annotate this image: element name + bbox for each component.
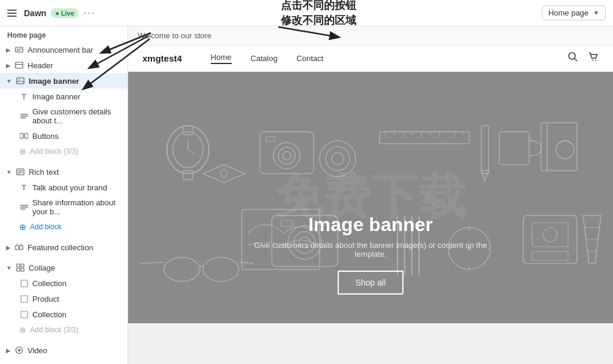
sidebar-add-block-image-banner[interactable]: ⊕ Add block (3/3) xyxy=(0,144,128,159)
chevron-down-icon: ▼ xyxy=(593,10,599,16)
cart-icon[interactable] xyxy=(588,51,599,65)
chevron-right-icon3: ▶ xyxy=(6,244,11,251)
product-label: Product xyxy=(32,295,59,304)
collection-1-label: Collection xyxy=(32,279,66,288)
collage-label: Collage xyxy=(29,263,55,272)
lines-icon2 xyxy=(19,202,29,212)
sidebar-item-rich-text[interactable]: ▼ Rich text xyxy=(0,164,128,180)
banner-content: Image banner Give customers details abou… xyxy=(251,214,490,295)
svg-rect-25 xyxy=(21,280,28,287)
buttons-label: Buttons xyxy=(32,132,59,141)
sidebar-item-announcement-bar[interactable]: ▶ Announcement bar xyxy=(0,42,128,57)
sidebar-subitem-buttons[interactable]: Buttons xyxy=(0,128,128,144)
chevron-down-icon3: ▼ xyxy=(6,169,12,175)
sidebar: Home page ▶ Announcement bar ▶ Header ▼ xyxy=(0,26,128,364)
welcome-text: Welcome to our store xyxy=(138,31,211,40)
svg-rect-0 xyxy=(16,47,23,52)
svg-rect-21 xyxy=(17,264,20,267)
add-block-blue-label: Add block xyxy=(30,223,62,231)
sidebar-subitem-collection-1[interactable]: Collection xyxy=(0,275,128,291)
svg-rect-27 xyxy=(21,311,28,318)
add-block-label: Add block (3/3) xyxy=(30,147,78,156)
preview-store-logo: xmgtest4 xyxy=(142,53,182,63)
sidebar-item-video[interactable]: ▶ Video xyxy=(0,342,128,358)
sidebar-item-collage[interactable]: ▼ Collage xyxy=(0,260,128,275)
live-badge: ● Live xyxy=(51,8,78,18)
announcement-icon xyxy=(14,45,24,54)
preview-navigation: xmgtest4 Home Catalog Contact xyxy=(128,46,613,72)
svg-rect-20 xyxy=(20,245,23,250)
svg-rect-23 xyxy=(17,268,20,271)
sidebar-subitem-give-customers[interactable]: Give customers details about t... xyxy=(0,104,128,128)
text-icon: T xyxy=(19,92,29,101)
annotation-text: 点击不同的按钮修改不同的区域 xyxy=(281,0,356,28)
plus-circle-icon: ⊕ xyxy=(19,222,26,232)
announcement-bar-label: Announcement bar xyxy=(28,46,93,54)
sidebar-subitem-product[interactable]: Product xyxy=(0,291,128,307)
add-block-collage-label: Add block (3/3) xyxy=(30,326,78,334)
more-options-icon[interactable]: ··· xyxy=(83,7,96,19)
text-icon2: T xyxy=(19,183,29,192)
video-icon xyxy=(14,345,24,355)
sidebar-subitem-collection-2[interactable]: Collection xyxy=(0,307,128,322)
store-name: Dawn xyxy=(24,8,46,18)
sub-image-banner-label: Image banner xyxy=(32,92,80,101)
svg-point-6 xyxy=(18,80,19,81)
sidebar-add-block-collage[interactable]: ⊕ Add block (3/3) xyxy=(0,322,128,338)
share-info-label: Share information about your b... xyxy=(32,198,122,216)
svg-line-35 xyxy=(575,59,578,62)
search-icon[interactable] xyxy=(568,51,578,65)
svg-rect-3 xyxy=(16,62,23,68)
page-selector[interactable]: Home page ▼ xyxy=(542,5,606,20)
video-label: Video xyxy=(28,346,47,355)
sidebar-subitem-image-banner-title[interactable]: T Image banner xyxy=(0,89,128,104)
sidebar-subitem-share-info[interactable]: Share information about your b... xyxy=(0,195,128,219)
crop-icon xyxy=(19,278,29,288)
hamburger-icon[interactable] xyxy=(7,7,19,19)
crop-icon2 xyxy=(19,294,29,304)
sidebar-item-featured-collection[interactable]: ▶ Featured collection xyxy=(0,239,128,255)
featured-collection-icon xyxy=(14,242,24,252)
nav-home[interactable]: Home xyxy=(211,53,232,64)
banner-title: Image banner xyxy=(251,214,490,236)
svg-rect-24 xyxy=(21,268,24,271)
preview-welcome-bar: Welcome to our store xyxy=(128,26,613,46)
header-label: Header xyxy=(28,61,53,70)
preview-area: Welcome to our store xmgtest4 Home Catal… xyxy=(128,26,613,364)
sidebar-add-block-rich-text[interactable]: ⊕ Add block xyxy=(0,219,128,235)
chevron-down-icon2: ▼ xyxy=(6,78,12,84)
image-banner-icon xyxy=(16,76,25,86)
sidebar-subitem-talk-about[interactable]: T Talk about your brand xyxy=(0,180,128,195)
crop-icon3 xyxy=(19,310,29,319)
nav-contact[interactable]: Contact xyxy=(296,54,323,63)
banner-subtitle: Give customers details about the banner … xyxy=(251,241,490,259)
svg-point-34 xyxy=(569,53,575,59)
image-banner-label: Image banner xyxy=(29,77,80,86)
svg-marker-29 xyxy=(19,349,22,352)
svg-rect-11 xyxy=(25,134,28,138)
talk-about-label: Talk about your brand xyxy=(32,183,107,192)
svg-point-37 xyxy=(595,60,596,61)
sidebar-item-header[interactable]: ▶ Header xyxy=(0,57,128,73)
shop-all-button[interactable]: Shop all xyxy=(338,271,404,295)
chevron-right-icon4: ▶ xyxy=(6,347,11,354)
collage-icon xyxy=(16,263,25,272)
plus-icon: ⊕ xyxy=(19,147,26,156)
featured-collection-label: Featured collection xyxy=(28,243,93,252)
rich-text-icon xyxy=(16,167,25,177)
sidebar-item-image-banner[interactable]: ▼ Image banner xyxy=(0,73,128,89)
chevron-right-icon: ▶ xyxy=(6,47,11,53)
svg-point-36 xyxy=(592,60,593,61)
svg-rect-19 xyxy=(16,245,19,250)
header-icon xyxy=(14,60,24,70)
give-customers-label: Give customers details about t... xyxy=(32,107,122,125)
chevron-down-icon4: ▼ xyxy=(6,265,12,271)
nav-catalog[interactable]: Catalog xyxy=(251,54,278,63)
preview-banner: 免费下载 Image banner Give customers details… xyxy=(128,72,613,323)
svg-rect-10 xyxy=(20,134,23,138)
svg-rect-22 xyxy=(21,264,24,267)
collection-2-label: Collection xyxy=(32,310,66,319)
rich-text-label: Rich text xyxy=(29,168,59,177)
svg-rect-26 xyxy=(21,296,28,302)
lines-icon xyxy=(19,111,29,121)
